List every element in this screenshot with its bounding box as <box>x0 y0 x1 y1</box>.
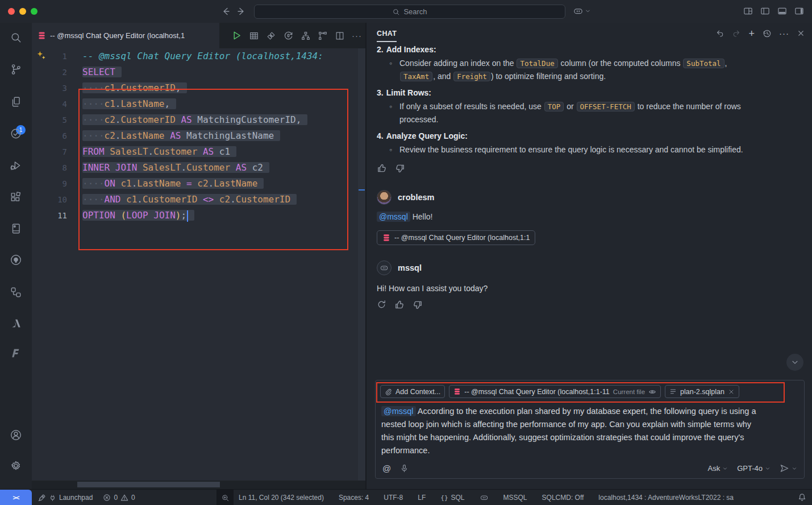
chat-input-text[interactable]: @mssql According to the execution plan s… <box>376 400 804 462</box>
send-button[interactable] <box>780 463 797 473</box>
change-connection-icon[interactable] <box>283 30 294 41</box>
code-line[interactable]: -- @mssql Chat Query Editor (localhost,1… <box>82 48 358 64</box>
github-icon[interactable] <box>10 254 22 266</box>
line-number[interactable]: 10 <box>32 192 67 208</box>
window-close-button[interactable] <box>8 8 15 15</box>
model-dropdown[interactable]: GPT-4o <box>737 464 771 473</box>
problems-item[interactable]: 0 0 <box>103 494 135 502</box>
toggle-secondary-sidebar-icon[interactable] <box>794 6 804 16</box>
rerun-icon[interactable] <box>377 300 386 310</box>
scroll-to-bottom-button[interactable] <box>786 354 803 371</box>
chat-tab[interactable]: CHAT <box>377 30 397 42</box>
line-number[interactable]: 9 <box>32 176 67 192</box>
undo-icon[interactable] <box>715 29 724 38</box>
thumbs-up-icon[interactable] <box>377 163 387 173</box>
line-number[interactable]: 6 <box>32 128 67 144</box>
more-actions-icon[interactable]: ··· <box>352 31 362 40</box>
chat-input-container[interactable]: Add Context... -- @mssql Chat Query Edit… <box>375 380 805 479</box>
code-line[interactable]: FROM SalesLT.Customer AS c1 <box>82 144 358 160</box>
mssql-mention[interactable]: @mssql <box>381 406 416 416</box>
line-number[interactable]: 2 <box>32 64 67 80</box>
mssql-status-item[interactable]: MSSQL <box>503 494 527 502</box>
line-number[interactable]: 11 <box>32 208 67 223</box>
azure-icon[interactable] <box>10 317 22 330</box>
close-chat-icon[interactable] <box>797 29 805 38</box>
notebooks-view-icon[interactable] <box>10 222 22 235</box>
fabric-icon[interactable] <box>10 347 22 359</box>
code-lines[interactable]: -- @mssql Chat Query Editor (localhost,1… <box>82 48 358 223</box>
eol-item[interactable]: LF <box>418 494 426 502</box>
code-line[interactable]: ····c2.LastName AS MatchingLastName <box>82 128 358 144</box>
toggle-panel-icon[interactable] <box>777 6 787 16</box>
mssql-mention[interactable]: @mssql <box>377 212 410 222</box>
current-file-chip[interactable]: -- @mssql Chat Query Editor (localhost,1… <box>449 385 661 398</box>
code-line[interactable]: INNER JOIN SalesLT.Customer AS c2 <box>82 160 358 176</box>
estimated-plan-icon[interactable] <box>301 31 311 41</box>
code-line[interactable]: ····c1.LastName, <box>82 96 358 112</box>
code-line[interactable]: OPTION (LOOP JOIN); <box>82 208 358 223</box>
disconnect-icon[interactable] <box>266 31 276 41</box>
plan-file-chip[interactable]: plan-2.sqlplan <box>665 385 739 398</box>
launchpad-item[interactable]: Launchpad <box>38 494 93 502</box>
split-editor-icon[interactable] <box>335 31 345 41</box>
microphone-icon[interactable] <box>400 464 409 473</box>
encoding-item[interactable]: UTF-8 <box>384 494 403 502</box>
forward-icon[interactable] <box>236 6 247 16</box>
connection-status-item[interactable]: localhost,1434 : AdventureWorksLT2022 : … <box>598 494 734 502</box>
account-icon[interactable] <box>10 429 22 441</box>
window-minimize-button[interactable] <box>19 8 26 15</box>
line-number[interactable]: 7 <box>32 144 67 160</box>
line-number[interactable]: 3 <box>32 80 67 96</box>
tasks-view-icon[interactable] <box>10 127 22 140</box>
results-grid-icon[interactable] <box>249 31 259 41</box>
language-item[interactable]: {} SQL <box>440 494 464 502</box>
copilot-menu-button[interactable] <box>573 6 591 16</box>
indentation-item[interactable]: Spaces: 4 <box>339 494 369 502</box>
redo-icon[interactable] <box>732 29 741 38</box>
editor-tab[interactable]: -- @mssql Chat Query Editor (localhost,1 <box>32 23 219 48</box>
add-context-chip[interactable]: Add Context... <box>380 385 445 398</box>
line-number[interactable]: 8 <box>32 160 67 176</box>
run-debug-icon[interactable] <box>10 159 22 172</box>
gutter[interactable]: 1234567891011 <box>32 48 67 223</box>
code-line[interactable]: ····AND c1.CustomerID <> c2.CustomerID <box>82 192 358 208</box>
mention-icon[interactable]: @ <box>382 463 391 473</box>
attachment-chip[interactable]: -- @mssql Chat Query Editor (localhost,1… <box>377 230 535 245</box>
eye-icon[interactable] <box>648 388 656 396</box>
window-maximize-button[interactable] <box>31 8 38 15</box>
line-number[interactable]: 1 <box>32 48 67 64</box>
line-number[interactable]: 4 <box>32 96 67 112</box>
mode-dropdown[interactable]: Ask <box>708 464 728 473</box>
actual-plan-icon[interactable] <box>318 31 328 41</box>
code-editor[interactable]: 1234567891011 -- @mssql Chat Query Edito… <box>32 48 365 481</box>
database-projects-icon[interactable] <box>10 286 22 299</box>
cursor-position-item[interactable]: Ln 11, Col 20 (342 selected) <box>239 494 324 502</box>
editor-vertical-scrollbar[interactable] <box>358 48 365 481</box>
code-line[interactable]: ····ON c1.LastName = c2.LastName <box>82 176 358 192</box>
history-icon[interactable] <box>762 28 772 38</box>
new-chat-icon[interactable]: + <box>748 30 755 38</box>
code-line[interactable]: ····c2.CustomerID AS MatchingCustomerID, <box>82 112 358 128</box>
toggle-sidebar-icon[interactable] <box>760 6 770 16</box>
thumbs-up-icon[interactable] <box>394 300 405 310</box>
settings-gear-icon[interactable] <box>10 460 22 472</box>
search-input[interactable]: Search <box>254 5 565 19</box>
run-query-icon[interactable] <box>231 30 242 41</box>
notifications-bell-icon[interactable] <box>798 493 806 502</box>
thumbs-down-icon[interactable] <box>413 300 423 310</box>
line-number[interactable]: 5 <box>32 112 67 128</box>
extensions-icon[interactable] <box>10 191 22 204</box>
sqlcmd-status-item[interactable]: SQLCMD: Off <box>542 494 584 502</box>
editor-horizontal-scrollbar[interactable] <box>77 482 220 487</box>
customize-layout-icon[interactable] <box>743 6 753 16</box>
remove-chip-icon[interactable] <box>728 388 735 395</box>
source-control-icon[interactable] <box>10 63 22 76</box>
copilot-status-icon[interactable] <box>480 493 489 502</box>
code-line[interactable]: ····c1.CustomerID, <box>82 80 358 96</box>
search-view-icon[interactable] <box>10 31 22 44</box>
code-line[interactable]: SELECT <box>82 64 358 80</box>
back-icon[interactable] <box>220 6 231 16</box>
remote-indicator[interactable]: >< <box>0 490 32 505</box>
explorer-icon[interactable] <box>10 96 22 108</box>
zoom-status-item[interactable] <box>216 490 234 505</box>
